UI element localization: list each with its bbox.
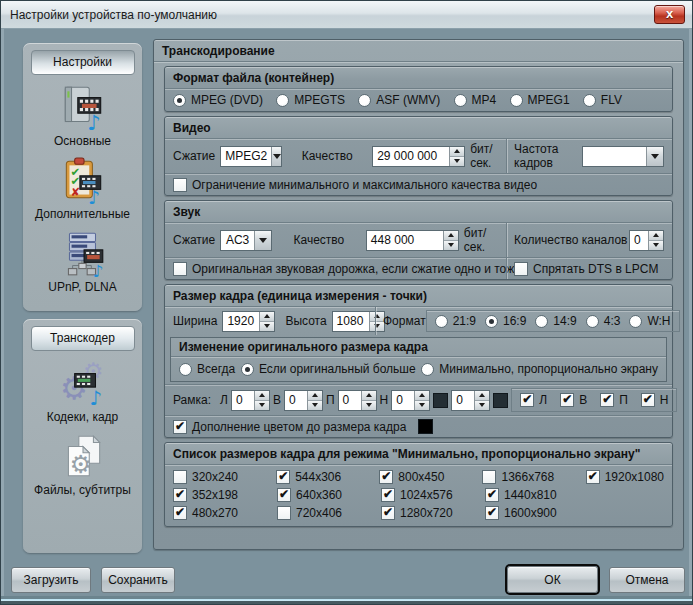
spin-down-button[interactable]: [308, 400, 322, 410]
size-checkbox-320x240[interactable]: 320x240: [173, 470, 276, 484]
spin-down-button[interactable]: [415, 400, 429, 410]
border-side-right-checkbox[interactable]: П: [600, 393, 628, 407]
sidebar-item-label: Файлы, субтитры: [23, 483, 142, 497]
files-gear-icon: ⚙: [23, 432, 142, 482]
border-bottom-value[interactable]: 0: [392, 391, 414, 410]
spin-down-button[interactable]: [255, 400, 269, 410]
hide-dts-checkbox[interactable]: Спрятать DTS в LPCM: [514, 262, 658, 276]
spin-down-button[interactable]: [362, 400, 376, 410]
size-checkbox-640x360[interactable]: 640x360: [277, 488, 381, 502]
spin-down-button[interactable]: [444, 240, 458, 250]
radio-aspect-21-9[interactable]: 21:9: [435, 314, 476, 328]
border-top-value[interactable]: 0: [285, 391, 307, 410]
radio-icon: [454, 94, 467, 107]
border-extra-value[interactable]: 0: [452, 391, 474, 410]
padding-color-checkbox[interactable]: Дополнение цветом до размера кадра: [173, 420, 406, 434]
height-value[interactable]: 1080: [333, 312, 369, 331]
radio-aspect-16-9[interactable]: 16:9: [485, 314, 526, 328]
radio-aspect-4-3[interactable]: 4:3: [586, 314, 621, 328]
width-value[interactable]: 1920: [223, 312, 259, 331]
spin-up-button[interactable]: [362, 391, 376, 400]
radio-aspect-14-9[interactable]: 14:9: [535, 314, 576, 328]
radio-mpegts[interactable]: MPEGTS: [276, 93, 345, 107]
video-quality-value[interactable]: 29 000 000: [373, 147, 449, 166]
radio-mpeg1[interactable]: MPEG1: [510, 93, 570, 107]
spin-up-button[interactable]: [308, 391, 322, 400]
spin-down-button[interactable]: [649, 240, 663, 250]
border-bottom-spinner[interactable]: 0: [391, 390, 430, 411]
spin-up-button[interactable]: [444, 231, 458, 240]
padding-color-swatch[interactable]: [418, 419, 433, 434]
size-checkbox-544x306[interactable]: 544x306: [276, 470, 379, 484]
spin-up-button[interactable]: [475, 391, 489, 400]
radio-mpeg-dvd[interactable]: MPEG (DVD): [173, 93, 263, 107]
ok-button[interactable]: ОК: [507, 566, 598, 593]
sidebar-item-advanced[interactable]: ✔ ✔ ✘ ♪ Дополнительные: [23, 156, 142, 221]
tab-transcoder[interactable]: Транскодер: [31, 326, 135, 351]
size-checkbox-480x270[interactable]: 480x270: [173, 506, 277, 520]
border-side-bottom-checkbox[interactable]: Н: [641, 393, 669, 407]
radio-resize-minimal[interactable]: Минимально, пропорционально экрану: [421, 362, 658, 376]
video-quality-spinner[interactable]: 29 000 000: [372, 146, 465, 167]
arrow-up-icon: [259, 393, 265, 397]
radio-resize-always[interactable]: Всегда: [179, 362, 235, 376]
tab-settings[interactable]: Настройки: [31, 50, 135, 75]
radio-asf-wmv[interactable]: ASF (WMV): [358, 93, 440, 107]
spin-down-button[interactable]: [260, 321, 274, 331]
window-title: Настройки устройства по-умолчанию: [10, 8, 217, 22]
border-sides-box: Л В П Н: [511, 388, 677, 412]
channels-value[interactable]: 0: [630, 231, 648, 250]
border-right-spinner[interactable]: 0: [338, 390, 377, 411]
size-checkbox-1024x576[interactable]: 1024x576: [381, 488, 485, 502]
size-checkbox-720x406[interactable]: 720x406: [277, 506, 381, 520]
size-checkbox-1920x1080[interactable]: 1920x1080: [586, 470, 664, 484]
audio-quality-value[interactable]: 448 000: [367, 231, 443, 250]
size-checkbox-800x450[interactable]: 800x450: [379, 470, 482, 484]
original-audio-checkbox[interactable]: Оригинальная звуковая дорожка, если сжат…: [173, 262, 521, 276]
border-top-spinner[interactable]: 0: [284, 390, 323, 411]
video-limit-checkbox[interactable]: Ограничение минимального и максимального…: [173, 178, 537, 192]
video-compression-select[interactable]: MPEG2: [220, 146, 282, 167]
size-checkbox-1440x810[interactable]: 1440x810: [485, 488, 589, 502]
framerate-select[interactable]: [582, 146, 664, 167]
size-checkbox-1600x900[interactable]: 1600x900: [485, 506, 589, 520]
spin-down-button[interactable]: [450, 156, 464, 166]
spin-up-button[interactable]: [415, 391, 429, 400]
border-side-top-checkbox[interactable]: В: [560, 393, 587, 407]
checkbox-icon: [173, 420, 187, 434]
sidebar-item-basic[interactable]: ♪ Основные: [23, 83, 142, 148]
channels-spinner[interactable]: 0: [629, 230, 664, 251]
border-left-value[interactable]: 0: [232, 391, 254, 410]
radio-mp4[interactable]: MP4: [454, 93, 497, 107]
border-color-swatch-2[interactable]: [493, 393, 508, 408]
radio-aspect-wh[interactable]: W:H: [629, 314, 670, 328]
border-right-value[interactable]: 0: [339, 391, 361, 410]
spin-down-button[interactable]: [475, 400, 489, 410]
border-color-swatch[interactable]: [433, 393, 448, 408]
border-side-left-checkbox[interactable]: Л: [520, 393, 547, 407]
border-extra-spinner[interactable]: 0: [451, 390, 490, 411]
save-button[interactable]: Сохранить: [101, 567, 175, 593]
cancel-button[interactable]: Отмена: [609, 567, 685, 593]
audio-compression-select[interactable]: AC3: [220, 230, 272, 251]
close-button[interactable]: x: [654, 5, 685, 24]
radio-flv[interactable]: FLV: [583, 93, 622, 107]
radio-resize-if-larger[interactable]: Если оригинальный больше: [241, 362, 416, 376]
size-checkbox-1366x768[interactable]: 1366x768: [482, 470, 585, 484]
sidebar-item-files-subtitles[interactable]: ⚙ Файлы, субтитры: [23, 432, 142, 497]
spin-up-button[interactable]: [450, 147, 464, 156]
size-checkbox-352x198[interactable]: 352x198: [173, 488, 277, 502]
sidebar-item-upnp-dlna[interactable]: ♪ UPnP, DLNA: [23, 229, 142, 294]
spin-up-button[interactable]: [255, 391, 269, 400]
dropdown-button[interactable]: [646, 147, 663, 166]
load-button[interactable]: Загрузить: [11, 567, 91, 593]
spin-up-button[interactable]: [649, 231, 663, 240]
size-checkbox-1280x720[interactable]: 1280x720: [381, 506, 485, 520]
width-spinner[interactable]: 1920: [222, 311, 275, 332]
dropdown-button[interactable]: [271, 147, 281, 166]
sidebar-item-codecs-frame[interactable]: ⚙ ⚙ ♪ Кодеки, кадр: [23, 359, 142, 424]
border-left-spinner[interactable]: 0: [231, 390, 270, 411]
spin-up-button[interactable]: [260, 312, 274, 321]
dropdown-button[interactable]: [254, 231, 271, 250]
audio-quality-spinner[interactable]: 448 000: [366, 230, 459, 251]
